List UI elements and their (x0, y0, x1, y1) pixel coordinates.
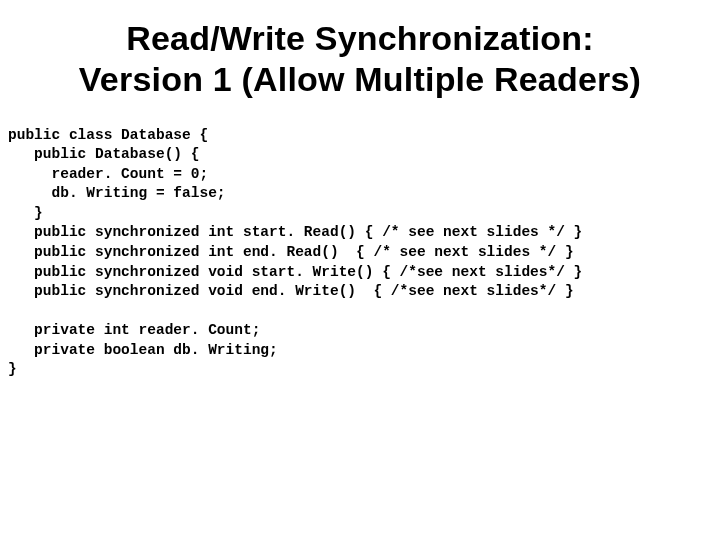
title-line-2: Version 1 (Allow Multiple Readers) (79, 60, 641, 98)
code-line: public synchronized void end. Write() { … (8, 283, 574, 299)
code-line: } (8, 205, 43, 221)
code-line: private int reader. Count; (8, 322, 260, 338)
code-line: reader. Count = 0; (8, 166, 208, 182)
code-line: public synchronized int start. Read() { … (8, 224, 582, 240)
slide: Read/Write Synchronization: Version 1 (A… (0, 0, 720, 540)
code-block: public class Database { public Database(… (8, 126, 712, 380)
code-line: public synchronized int end. Read() { /*… (8, 244, 574, 260)
code-line: public synchronized void start. Write() … (8, 264, 582, 280)
code-line: private boolean db. Writing; (8, 342, 278, 358)
code-line: public Database() { (8, 146, 199, 162)
slide-title: Read/Write Synchronization: Version 1 (A… (8, 18, 712, 100)
title-line-1: Read/Write Synchronization: (126, 19, 594, 57)
code-line: db. Writing = false; (8, 185, 226, 201)
code-line: } (8, 361, 17, 377)
code-line: public class Database { (8, 127, 208, 143)
